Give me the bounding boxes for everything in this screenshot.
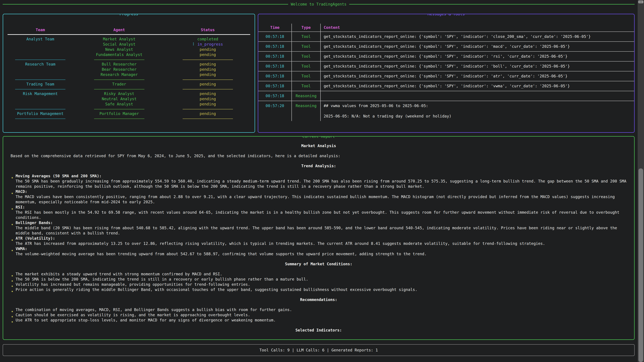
- status-cell: pending: [165, 102, 250, 107]
- list-item: The 50 SMA is below the 200 SMA, indicat…: [10, 277, 627, 282]
- bullet-text: The 50 SMA has been gradually increasing…: [16, 179, 627, 189]
- report-heading-recommendations: Recommendations:: [10, 297, 627, 302]
- report-body: Market Analysis Based on the comprehensi…: [3, 137, 634, 333]
- progress-row: Bear Researcher pending: [8, 67, 250, 72]
- message-row: 00:57:18 Tool get_stockstats_indicators_…: [258, 71, 634, 81]
- bullet-text: The ATR has increased from approximately…: [16, 241, 627, 246]
- status-cell: pending: [165, 47, 250, 52]
- content-cell: get_stockstats_indicators_report_online:…: [321, 32, 634, 41]
- progress-section-risk-management: Risk Management Risky Analyst pending Ne…: [8, 91, 250, 107]
- list-item: ATR (Volatility): The ATR has increased …: [10, 236, 627, 246]
- content-cell: get_stockstats_indicators_report_online:…: [321, 81, 634, 91]
- scrollbar-menu-button[interactable]: [638, 0, 643, 3]
- bullet-label: MACD:: [16, 189, 627, 194]
- welcome-rule: Welcome to TradingAgents: [3, 2, 634, 7]
- status-cell: pending: [165, 96, 250, 102]
- report-intro: Based on the comprehensive data retrieve…: [10, 153, 627, 159]
- message-row: 00:57:18 Reasoning: [258, 91, 634, 101]
- list-item: MACD: The MACD values have been consiste…: [10, 189, 627, 205]
- bullet-label: Moving Averages (50 SMA and 200 SMA):: [16, 173, 627, 179]
- time-cell: 00:57:18: [258, 42, 292, 51]
- time-cell: 00:57:18: [258, 52, 292, 61]
- message-row: 00:57:18 Tool get_stockstats_indicators_…: [258, 61, 634, 71]
- report-heading-market-analysis: Market Analysis: [10, 143, 627, 148]
- bullet-label: VWMA:: [16, 246, 627, 251]
- status-cell: pending: [165, 111, 250, 116]
- content-cell: get_stockstats_indicators_report_online:…: [321, 52, 634, 61]
- content-cell: get_stockstats_indicators_report_online:…: [321, 71, 634, 81]
- rule-line-right: [349, 4, 634, 4]
- progress-table: Team Agent Status Analyst Team Market An…: [3, 14, 254, 119]
- bullet-text: The RSI has been mostly in the 54.92 to …: [16, 210, 627, 220]
- bullet-label: Bollinger Bands:: [16, 220, 627, 225]
- team-cell: Portfolio Management: [8, 111, 73, 116]
- progress-row: Safe Analyst pending: [8, 102, 250, 107]
- agent-cell: Research Manager: [73, 72, 165, 77]
- messages-panel-title: Messages & Tools: [425, 14, 467, 17]
- progress-table-header: Team Agent Status: [8, 27, 250, 32]
- list-item: The market exhibits a steady upward tren…: [10, 272, 627, 277]
- progress-row: Analyst Team Market Analyst completed: [8, 36, 250, 42]
- content-cell: get_stockstats_indicators_report_online:…: [321, 42, 634, 51]
- time-cell: 00:57:18: [258, 32, 292, 41]
- trend-bullet-list: Moving Averages (50 SMA and 200 SMA): Th…: [10, 173, 627, 257]
- bullet-text: The MACD values have been consistently p…: [16, 194, 627, 205]
- time-cell: 00:57:20: [258, 101, 292, 121]
- section-separator: [8, 77, 250, 80]
- stats-bar: Tool Calls: 9 | LLM Calls: 6 | Generated…: [3, 344, 634, 356]
- progress-row: Research Team Bull Researcher pending: [8, 62, 250, 67]
- messages-panel: Messages & Tools Time Type Content 00:57…: [258, 14, 634, 133]
- list-item: Moving Averages (50 SMA and 200 SMA): Th…: [10, 173, 627, 189]
- column-header-time: Time: [258, 24, 292, 31]
- progress-panel-title: Progress: [117, 14, 140, 17]
- bullet-text: Price action is generally riding the mid…: [16, 287, 627, 292]
- bullet-text: The middle band (20 SMA) has been rising…: [16, 225, 627, 236]
- status-cell: ⠇in_progress: [165, 42, 250, 47]
- report-heading-summary: Summary of Market Conditions:: [10, 261, 627, 267]
- report-panel-title: Current Report: [300, 136, 337, 139]
- section-separator: [8, 57, 250, 60]
- progress-section-research-team: Research Team Bull Researcher pending Be…: [8, 62, 250, 77]
- status-cell: pending: [165, 62, 250, 67]
- spinner-icon: ⠇: [192, 42, 196, 46]
- status-cell: pending: [165, 67, 250, 72]
- progress-section-analyst-team: Analyst Team Market Analyst completed So…: [8, 36, 250, 57]
- scrollbar-thumb[interactable]: [638, 168, 643, 362]
- team-cell: Trading Team: [8, 82, 73, 87]
- bullet-text: The market exhibits a steady upward tren…: [16, 272, 627, 277]
- content-cell: get_stockstats_indicators_report_online:…: [321, 61, 634, 71]
- message-row: 00:57:20 Reasoning ## vwma values from 2…: [258, 101, 634, 121]
- progress-row: Trading Team Trader pending: [8, 82, 250, 87]
- agent-cell: Safe Analyst: [73, 102, 165, 107]
- bullet-text: The volume-weighted moving average has b…: [16, 251, 627, 257]
- time-cell: 00:57:18: [258, 91, 292, 101]
- team-cell: Research Team: [8, 62, 73, 67]
- list-item: Volatility has increased but remains man…: [10, 282, 627, 287]
- message-row: 00:57:18 Tool get_stockstats_indicators_…: [258, 41, 634, 51]
- status-cell: pending: [165, 82, 250, 87]
- agent-cell: News Analyst: [73, 47, 165, 52]
- agent-cell: Risky Analyst: [73, 91, 165, 96]
- list-item: Use ATR to set appropriate stop-loss lev…: [10, 318, 627, 323]
- agent-cell: Social Analyst: [73, 42, 165, 47]
- messages-table: Time Type Content 00:57:18 Tool get_stoc…: [258, 24, 634, 121]
- bullet-text: The 50 SMA is below the 200 SMA, indicat…: [16, 277, 627, 282]
- message-row: 00:57:18 Tool get_stockstats_indicators_…: [258, 51, 634, 61]
- scrollbar-track[interactable]: [638, 0, 644, 362]
- report-heading-selected-indicators: Selected Indicators:: [10, 328, 627, 333]
- bullet-text: Use ATR to set appropriate stop-loss lev…: [16, 318, 627, 323]
- type-cell: Tool: [292, 42, 321, 51]
- status-cell: completed: [165, 36, 250, 42]
- type-cell: Tool: [292, 52, 321, 61]
- progress-section-portfolio-management: Portfolio Management Portfolio Manager p…: [8, 111, 250, 116]
- list-item: RSI: The RSI has been mostly in the 54.9…: [10, 205, 627, 220]
- list-item: Price action is generally riding the mid…: [10, 287, 627, 292]
- progress-row: Risk Management Risky Analyst pending: [8, 91, 250, 96]
- agent-cell: Fundamentals Analyst: [73, 52, 165, 57]
- list-item: VWMA: The volume-weighted moving average…: [10, 246, 627, 257]
- agent-cell: Bull Researcher: [73, 62, 165, 67]
- agent-cell: Market Analyst: [73, 36, 165, 42]
- progress-section-trading-team: Trading Team Trader pending: [8, 82, 250, 87]
- status-cell: pending: [165, 72, 250, 77]
- type-cell: Reasoning: [292, 91, 321, 101]
